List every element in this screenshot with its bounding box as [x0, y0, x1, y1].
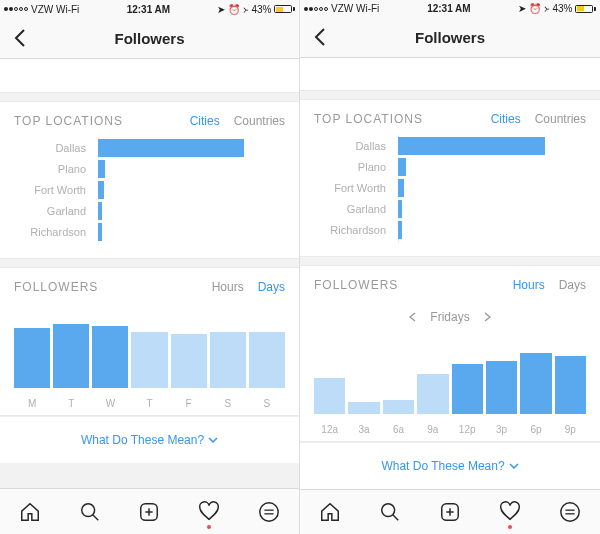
hbar-label: Dallas — [312, 140, 392, 152]
vbar-label: T — [53, 398, 89, 409]
vbar — [249, 332, 285, 388]
hbar-row: Garland — [50, 202, 285, 220]
hbar-row: Fort Worth — [50, 181, 285, 199]
vbar-label: 12p — [452, 424, 483, 435]
svg-line-1 — [92, 514, 98, 520]
vbar — [53, 324, 89, 388]
back-button[interactable] — [8, 26, 32, 50]
locations-chart: DallasPlanoFort WorthGarlandRichardson — [0, 139, 299, 258]
bluetooth-icon: ᚛ — [243, 4, 248, 15]
hbar-label: Fort Worth — [12, 184, 92, 196]
nav-bar: Followers — [0, 18, 299, 59]
back-button[interactable] — [308, 25, 332, 49]
activity-icon[interactable] — [498, 500, 522, 524]
vbar — [171, 334, 207, 388]
add-post-icon[interactable] — [137, 500, 161, 524]
vbar — [452, 364, 483, 414]
what-do-these-mean-link[interactable]: What Do These Mean? — [300, 442, 600, 489]
tab-days[interactable]: Days — [559, 278, 586, 292]
clock-label: 12:31 AM — [427, 3, 471, 14]
hbar-row: Plano — [50, 160, 285, 178]
alarm-icon: ⏰ — [228, 4, 240, 15]
vbar — [417, 374, 448, 414]
search-icon[interactable] — [378, 500, 402, 524]
home-icon[interactable] — [18, 500, 42, 524]
vbar-label: F — [171, 398, 207, 409]
spacer — [300, 58, 600, 91]
vbar-label: S — [249, 398, 285, 409]
profile-icon[interactable] — [257, 500, 281, 524]
tab-hours[interactable]: Hours — [212, 280, 244, 294]
location-icon: ➤ — [217, 4, 225, 15]
signal-icon — [4, 7, 28, 11]
vbar-label: 3a — [348, 424, 379, 435]
vbar-label: 9p — [555, 424, 586, 435]
carrier-label: VZW Wi-Fi — [331, 3, 379, 14]
hbar-fill — [398, 137, 545, 155]
tab-countries[interactable]: Countries — [234, 114, 285, 128]
hbar-row: Dallas — [50, 139, 285, 157]
followers-section: FOLLOWERS Hours Days Fridays 12a3a6a9a12… — [300, 265, 600, 442]
battery-icon — [274, 5, 295, 13]
bottom-tab-bar — [300, 489, 600, 534]
hbar-label: Garland — [312, 203, 392, 215]
battery-icon — [575, 5, 596, 13]
hbar-label: Garland — [12, 205, 92, 217]
hbar-row: Richardson — [350, 221, 586, 239]
vbar — [314, 378, 345, 414]
hbar-fill — [98, 223, 102, 241]
tab-days[interactable]: Days — [258, 280, 285, 294]
vbar — [348, 402, 379, 414]
status-bar: VZW Wi-Fi 12:31 AM ➤ ⏰ ᚛ 43% — [300, 0, 600, 18]
add-post-icon[interactable] — [438, 500, 462, 524]
hbar-label: Fort Worth — [312, 182, 392, 194]
hbar-label: Dallas — [12, 142, 92, 154]
vbar-label: T — [131, 398, 167, 409]
tab-cities[interactable]: Cities — [190, 114, 220, 128]
vbar — [486, 361, 517, 414]
tab-hours[interactable]: Hours — [513, 278, 545, 292]
page-title: Followers — [300, 29, 600, 46]
vbar — [92, 326, 128, 388]
followers-chart: Fridays 12a3a6a9a12p3p6p9p — [300, 300, 600, 441]
svg-point-8 — [382, 504, 395, 517]
top-locations-section: TOP LOCATIONS Cities Countries DallasPla… — [300, 99, 600, 257]
alarm-icon: ⏰ — [529, 3, 541, 14]
followers-section: FOLLOWERS Hours Days MTWTFSS — [0, 267, 299, 416]
vbar-label: 6a — [383, 424, 414, 435]
section-title: FOLLOWERS — [14, 280, 198, 294]
hbar-fill — [98, 202, 102, 220]
battery-pct: 43% — [552, 3, 572, 14]
bottom-tab-bar — [0, 488, 299, 534]
section-title: TOP LOCATIONS — [314, 112, 477, 126]
hbar-label: Richardson — [312, 224, 392, 236]
vbar — [383, 400, 414, 414]
hbar-fill — [398, 158, 406, 176]
clock-label: 12:31 AM — [127, 4, 171, 15]
location-icon: ➤ — [518, 3, 526, 14]
tab-cities[interactable]: Cities — [491, 112, 521, 126]
tab-countries[interactable]: Countries — [535, 112, 586, 126]
carrier-label: VZW Wi-Fi — [31, 4, 79, 15]
nav-bar: Followers — [300, 18, 600, 58]
section-title: TOP LOCATIONS — [14, 114, 176, 128]
hbar-label: Richardson — [12, 226, 92, 238]
hbar-fill — [398, 179, 404, 197]
vbar — [210, 332, 246, 388]
status-bar: VZW Wi-Fi 12:31 AM ➤ ⏰ ᚛ 43% — [0, 0, 299, 18]
vbar — [555, 356, 586, 414]
screen-left: VZW Wi-Fi 12:31 AM ➤ ⏰ ᚛ 43% Followers T — [0, 0, 300, 534]
activity-icon[interactable] — [197, 500, 221, 524]
profile-icon[interactable] — [558, 500, 582, 524]
battery-pct: 43% — [251, 4, 271, 15]
hbar-row: Fort Worth — [350, 179, 586, 197]
spacer — [0, 59, 299, 93]
home-icon[interactable] — [318, 500, 342, 524]
what-do-these-mean-link[interactable]: What Do These Mean? — [0, 416, 299, 463]
vbar-label: 9a — [417, 424, 448, 435]
svg-point-5 — [260, 502, 278, 520]
search-icon[interactable] — [78, 500, 102, 524]
next-day-button[interactable] — [484, 312, 491, 322]
prev-day-button[interactable] — [409, 312, 416, 322]
vbar-label: 6p — [520, 424, 551, 435]
